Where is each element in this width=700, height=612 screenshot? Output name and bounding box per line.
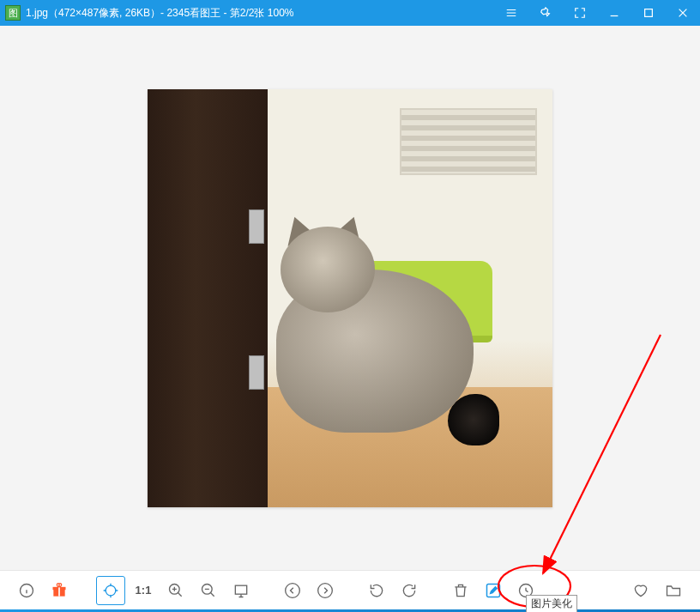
svg-point-9	[286, 583, 300, 597]
image-viewport[interactable]	[0, 26, 700, 570]
delete-button[interactable]	[446, 576, 475, 605]
gift-icon	[51, 582, 68, 599]
rotate-left-button[interactable]	[362, 576, 391, 605]
svg-rect-8	[235, 585, 246, 594]
fullscreen-icon	[574, 7, 586, 19]
fit-screen-icon	[232, 582, 250, 599]
edit-button[interactable]	[479, 576, 508, 605]
zoom-in-button[interactable]	[161, 576, 190, 605]
rotate-right-icon	[401, 582, 418, 599]
minimize-button[interactable]	[597, 0, 631, 26]
heart-icon	[632, 582, 649, 599]
minimize-icon	[608, 7, 620, 19]
info-icon	[18, 582, 35, 599]
previous-button[interactable]	[278, 576, 307, 605]
displayed-image	[148, 89, 552, 507]
pin-icon	[540, 7, 552, 19]
maximize-button[interactable]	[631, 0, 666, 26]
svg-point-10	[318, 583, 333, 597]
pin-button[interactable]	[528, 0, 563, 26]
fullscreen-button[interactable]	[563, 0, 597, 26]
info-button[interactable]	[12, 576, 41, 605]
window-controls	[494, 0, 700, 26]
zoom-out-icon	[200, 582, 217, 599]
tooltip-image-beautify: 图片美化	[526, 595, 577, 612]
close-icon	[677, 7, 689, 19]
zoom-in-icon	[167, 582, 184, 599]
titlebar: 图 1.jpg（472×487像素, 26KB）- 2345看图王 - 第2/2…	[0, 0, 700, 26]
cursor-icon	[102, 582, 119, 599]
bottom-toolbar: 1:1	[0, 570, 700, 609]
app-icon: 图	[5, 5, 21, 21]
close-button[interactable]	[666, 0, 700, 26]
rotate-right-button[interactable]	[395, 576, 424, 605]
zoom-out-button[interactable]	[194, 576, 223, 605]
svg-rect-0	[645, 9, 653, 17]
chevron-right-icon	[317, 582, 334, 599]
maximize-icon	[643, 7, 655, 19]
hamburger-icon	[505, 7, 517, 19]
fit-screen-button[interactable]	[226, 576, 256, 605]
chevron-left-icon	[284, 582, 301, 599]
rotate-left-icon	[368, 582, 385, 599]
ratio-label: 1:1	[132, 584, 154, 597]
open-folder-button[interactable]	[659, 576, 688, 605]
folder-icon	[665, 582, 682, 599]
next-button[interactable]	[311, 576, 340, 605]
trash-icon	[452, 582, 469, 599]
svg-point-5	[106, 585, 116, 596]
svg-rect-4	[58, 586, 60, 596]
window-title: 1.jpg（472×487像素, 26KB）- 2345看图王 - 第2/2张 …	[26, 6, 494, 21]
actual-size-button[interactable]: 1:1	[129, 576, 158, 605]
menu-button[interactable]	[494, 0, 528, 26]
edit-icon	[485, 582, 502, 599]
gift-button[interactable]	[45, 576, 74, 605]
cursor-button[interactable]	[96, 576, 125, 605]
favorite-button[interactable]	[626, 576, 655, 605]
